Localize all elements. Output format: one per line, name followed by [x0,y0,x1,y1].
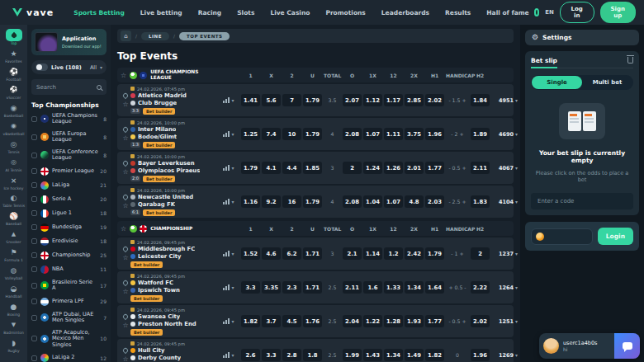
checkbox[interactable] [31,355,37,361]
chat-widget[interactable]: userc1a4b0s hi [539,333,640,359]
odd-h1[interactable]: 1.77 [425,162,444,174]
odd-h2[interactable]: 1.96 [471,349,490,361]
sport-rail-item[interactable]: Boxing [0,302,27,317]
odd-1x[interactable]: 1.07 [363,128,382,140]
championship-item[interactable]: UEFA Champions League 8 [31,113,107,125]
language-label[interactable]: EN [545,9,554,16]
bet-builder-badge[interactable]: Bet builder [143,176,175,182]
home-team-name[interactable]: Watford FC [138,280,173,286]
odd-1x[interactable]: 1.12 [363,94,382,106]
odd-1x[interactable]: 1.43 [363,349,382,361]
odd-h1[interactable]: 1.82 [425,349,444,361]
tab-single[interactable]: Single [532,76,582,89]
home-team-name[interactable]: Inter Milano [138,126,176,133]
vave-logo[interactable]: vave [12,7,54,18]
checkbox[interactable] [31,266,37,272]
markets-count[interactable]: 1237▾ [491,251,518,257]
away-team-name[interactable]: Qarabag FK [138,201,175,208]
championship-item[interactable]: LaLiga 2 12 [31,354,107,362]
odd-h1[interactable]: 2.02 [425,94,444,106]
stats-icon[interactable]: ▾ [220,284,238,290]
away-team-name[interactable]: Ipswich Town [138,287,180,294]
signup-button[interactable]: Sign up [600,2,636,23]
home-team-name[interactable]: Newcastle United [138,194,193,200]
checkbox[interactable] [31,182,37,188]
markets-count[interactable]: 4951▾ [491,97,518,104]
odd-12[interactable]: 1.17 [384,94,403,106]
checkbox[interactable] [31,283,37,289]
odd-1x[interactable]: 1.22 [363,315,382,327]
checkbox[interactable] [31,238,37,244]
stats-icon[interactable]: ▾ [220,199,238,205]
bet-builder-badge[interactable]: Bet builder [130,295,163,302]
markets-count[interactable]: 4690▾ [491,131,518,138]
odd-x[interactable]: 3.7 [262,315,281,327]
odd-2x[interactable]: 2.01 [405,162,424,174]
sport-rail-item[interactable]: Favorites [0,49,27,64]
odd-under[interactable]: 1.79 [303,94,322,106]
odd-2[interactable]: 16 [282,195,301,208]
odd-1x[interactable]: 1.24 [363,162,382,174]
odd-h2[interactable]: 2.02 [471,315,490,327]
favorite-star-icon[interactable]: ☆ [121,72,126,79]
checkbox[interactable] [31,134,37,140]
sport-rail-item[interactable]: Snooker [0,229,27,245]
away-team-name[interactable]: Bodoe/Glimt [138,134,177,140]
odd-over[interactable]: 2.1 [343,247,362,260]
odd-x[interactable]: 4.6 [262,247,281,260]
home-team-name[interactable]: Middlesbrough FC [138,246,195,252]
odd-2x[interactable]: 2.42 [405,247,424,260]
odd-x[interactable]: 4.1 [262,162,281,174]
home-team-name[interactable]: Atletico Madrid [138,92,187,99]
checkbox[interactable] [31,196,37,202]
stats-icon[interactable]: ▾ [220,165,238,171]
nav-item[interactable]: Leaderboards [381,9,429,16]
odd-12[interactable]: 1.33 [384,281,403,294]
championship-item[interactable]: NBA 11 [31,266,107,274]
favorite-star-icon[interactable]: ☆ [121,225,126,233]
odd-over[interactable]: 2.04 [343,315,362,327]
odd-2[interactable]: 7 [282,94,301,106]
odd-over[interactable]: 2.08 [343,195,362,208]
breadcrumb-line[interactable]: LINE [141,32,169,40]
odd-2[interactable]: 2.3 [282,281,301,294]
sport-rail-item[interactable]: Football [0,67,27,82]
championship-item[interactable]: Primera LPF 29 [31,298,107,306]
odd-2x[interactable]: 1.34 [405,281,424,294]
nav-item[interactable]: Sports Betting [73,9,125,16]
odd-1[interactable]: 1.41 [241,94,260,106]
bet-builder-badge[interactable]: Bet builder [130,261,163,268]
sport-rail-item[interactable]: vBasketball [0,121,27,137]
championship-item[interactable]: Premier League 20 [31,167,107,176]
nav-item[interactable]: Results [445,9,471,16]
away-team-name[interactable]: Olympiacos Piraeus [138,167,200,174]
odd-1[interactable]: 1.25 [241,128,260,140]
nav-item[interactable]: Live Casino [270,9,310,16]
checkbox[interactable] [31,224,37,230]
championship-item[interactable]: Serie A 20 [31,195,107,204]
bet-builder-badge[interactable]: Bet builder [143,142,175,148]
sport-rail-item[interactable]: Tennis [0,139,27,155]
odd-x[interactable]: 3.3 [262,349,281,361]
favorite-star-icon[interactable]: ☆ [122,169,128,176]
odd-2x[interactable]: 2.85 [405,94,424,106]
checkbox[interactable] [31,336,37,341]
checkbox[interactable] [31,252,37,258]
away-team-name[interactable]: Club Brugge [138,100,177,106]
odd-over[interactable]: 2.08 [343,128,362,140]
markets-count[interactable]: 4067▾ [491,165,518,172]
league-name[interactable]: CHAMPIONSHIP [150,226,210,232]
odd-h2[interactable]: 2.22 [471,281,490,294]
odd-1[interactable]: 2.6 [241,349,260,361]
odd-h1[interactable]: 1.79 [425,247,444,260]
championship-item[interactable]: Ligue 1 18 [31,209,107,218]
favorite-star-icon[interactable]: ☆ [122,203,128,209]
sport-rail-item[interactable]: Badminton [0,320,27,336]
checkbox[interactable] [31,153,37,158]
checkbox[interactable] [31,116,37,122]
login-button[interactable]: Log in [560,2,594,23]
odd-under[interactable]: 1.85 [303,162,322,174]
stats-icon[interactable]: ▾ [220,97,238,103]
pin-icon[interactable] [122,159,129,166]
checkbox[interactable] [31,299,37,304]
